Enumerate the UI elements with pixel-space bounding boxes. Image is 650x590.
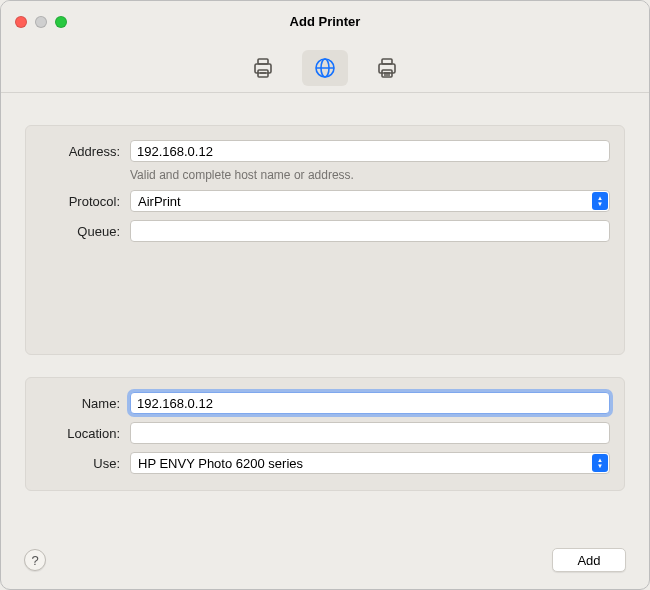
printer-icon: [251, 56, 275, 80]
tab-default-printer[interactable]: [240, 50, 286, 86]
window-title: Add Printer: [1, 14, 649, 29]
toolbar: [1, 43, 649, 93]
details-panel: Name: Location: Use: HP ENVY Photo 6200 …: [25, 377, 625, 491]
protocol-value: AirPrint: [138, 194, 181, 209]
address-label: Address:: [40, 144, 120, 159]
queue-input[interactable]: [130, 220, 610, 242]
select-stepper-icon: [592, 454, 608, 472]
tab-ip-printer[interactable]: [302, 50, 348, 86]
tab-windows-printer[interactable]: [364, 50, 410, 86]
help-icon: ?: [31, 553, 38, 568]
select-stepper-icon: [592, 192, 608, 210]
connection-panel: Address: Valid and complete host name or…: [25, 125, 625, 355]
address-input[interactable]: [130, 140, 610, 162]
add-button[interactable]: Add: [552, 548, 626, 572]
help-button[interactable]: ?: [24, 549, 46, 571]
content-area: Address: Valid and complete host name or…: [1, 93, 649, 505]
location-label: Location:: [40, 426, 120, 441]
printer-advanced-icon: [375, 56, 399, 80]
address-hint: Valid and complete host name or address.: [130, 168, 610, 182]
titlebar: Add Printer: [1, 1, 649, 43]
queue-label: Queue:: [40, 224, 120, 239]
protocol-label: Protocol:: [40, 194, 120, 209]
use-select[interactable]: HP ENVY Photo 6200 series: [130, 452, 610, 474]
location-input[interactable]: [130, 422, 610, 444]
globe-icon: [313, 56, 337, 80]
use-label: Use:: [40, 456, 120, 471]
protocol-select[interactable]: AirPrint: [130, 190, 610, 212]
use-value: HP ENVY Photo 6200 series: [138, 456, 303, 471]
name-label: Name:: [40, 396, 120, 411]
name-input[interactable]: [130, 392, 610, 414]
add-button-label: Add: [577, 553, 600, 568]
footer: ? Add: [0, 534, 650, 590]
